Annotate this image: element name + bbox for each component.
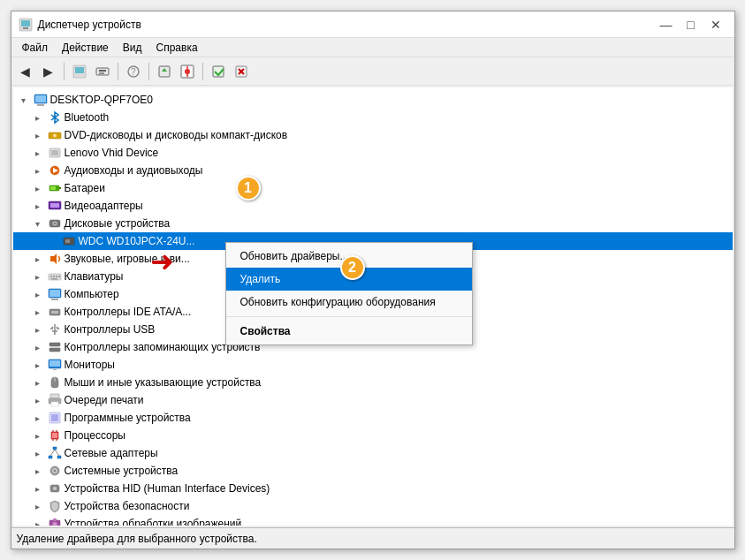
tree-item-audio[interactable]: ▸ Аудиовходы и аудиовыходы — [13, 162, 733, 179]
expander-dvd[interactable]: ▸ — [31, 128, 45, 142]
svg-rect-19 — [37, 104, 44, 106]
maximize-button[interactable]: □ — [680, 16, 703, 34]
tree-item-mouse[interactable]: ▸ Мыши и иные указывающие устройства — [13, 374, 733, 391]
tree-item-system[interactable]: ▸ Системные устройства — [13, 462, 733, 480]
tree-item-video[interactable]: ▸ Видеоадаптеры — [13, 197, 733, 215]
svg-point-35 — [54, 223, 56, 224]
toolbar-btn-2[interactable] — [92, 61, 113, 82]
svg-rect-40 — [50, 276, 52, 277]
toolbar-btn-4[interactable] — [154, 61, 175, 82]
tree-label-print: Очереди печати — [65, 394, 144, 406]
expander-cpu[interactable]: ▸ — [31, 428, 45, 443]
toolbar-btn-1[interactable] — [69, 61, 90, 82]
tree-label-video: Видеоадаптеры — [65, 200, 143, 212]
icon-usb — [48, 322, 62, 337]
context-menu-item-props[interactable]: Свойства — [226, 320, 472, 343]
tree-item-hid[interactable]: ▸ Устройства HID (Human Interface Device… — [13, 480, 733, 497]
context-menu-item-scan[interactable]: Обновить конфигурацию оборудования — [226, 291, 472, 314]
tree-label-network: Сетевые адаптеры — [65, 447, 158, 459]
device-manager-window: Диспетчер устройств — □ ✕ Файл Действие … — [11, 11, 735, 549]
menu-action[interactable]: Действие — [55, 40, 116, 56]
icon-software — [48, 411, 62, 425]
tree-item-disk-drives[interactable]: ▾ Дисковые устройства — [13, 215, 733, 232]
expander-security[interactable]: ▸ — [31, 499, 45, 513]
tree-item-root[interactable]: ▾ DESKTOP-QPF7OE0 — [13, 91, 733, 109]
icon-mouse — [48, 375, 62, 390]
forward-button[interactable]: ▶ — [38, 61, 59, 82]
svg-rect-58 — [51, 402, 58, 406]
main-content: ▾ DESKTOP-QPF7OE0 ▸ Bluetooth ▸ — [11, 86, 734, 527]
expander-monitors[interactable]: ▸ — [31, 358, 45, 372]
expander-imaging[interactable]: ▸ — [31, 517, 45, 526]
svg-rect-68 — [49, 456, 52, 458]
tree-item-software[interactable]: ▸ Программные устройства — [13, 409, 733, 427]
toolbar-btn-6[interactable] — [208, 61, 229, 82]
expander-computer[interactable]: ▸ — [31, 287, 45, 301]
toolbar-sep-2 — [118, 63, 118, 80]
device-tree[interactable]: ▾ DESKTOP-QPF7OE0 ▸ Bluetooth ▸ — [13, 87, 733, 526]
svg-marker-38 — [50, 254, 57, 264]
svg-rect-67 — [53, 447, 57, 450]
tree-label-system: Системные устройства — [65, 465, 179, 477]
expander-wdc[interactable] — [45, 234, 59, 248]
svg-point-74 — [53, 470, 56, 473]
tree-item-battery[interactable]: ▸ Батареи — [13, 179, 733, 197]
icon-system — [48, 464, 62, 478]
icon-audio — [48, 163, 62, 178]
menu-file[interactable]: Файл — [15, 40, 56, 56]
tree-item-monitors[interactable]: ▸ Мониторы — [13, 356, 733, 374]
tree-item-lenovo[interactable]: ▸ Lenovo Vhid Device — [13, 144, 733, 162]
toolbar-sep-4 — [202, 63, 203, 80]
status-text: Удаление драйвера для выбранного устройс… — [17, 533, 257, 545]
tree-item-imaging[interactable]: ▸ Устройства обработки изображений — [13, 515, 733, 526]
expander-audio[interactable]: ▸ — [31, 163, 45, 178]
tree-item-security[interactable]: ▸ Устройства безопасности — [13, 497, 733, 515]
svg-rect-56 — [50, 394, 59, 398]
tree-item-dvd[interactable]: ▸ DVD-дисководы и дисководы компакт-диск… — [13, 126, 733, 144]
icon-ide — [48, 305, 62, 319]
minimize-button[interactable]: — — [655, 16, 678, 34]
expander-hid[interactable]: ▸ — [31, 481, 45, 496]
expander-battery[interactable]: ▸ — [31, 181, 45, 195]
icon-computer-node — [48, 287, 62, 301]
svg-rect-25 — [51, 150, 58, 155]
expander-software[interactable]: ▸ — [31, 411, 45, 425]
tree-label-bluetooth: Bluetooth — [65, 111, 110, 124]
icon-monitor — [48, 358, 62, 372]
svg-text:?: ? — [131, 67, 136, 77]
menu-help[interactable]: Справка — [149, 40, 205, 56]
tree-label-disk-drives: Дисковые устройства — [65, 217, 171, 230]
svg-rect-62 — [52, 433, 57, 438]
tree-item-print[interactable]: ▸ Очереди печати — [13, 391, 733, 409]
back-button[interactable]: ◀ — [15, 61, 36, 82]
tree-label-monitors: Мониторы — [65, 359, 115, 371]
expander-system[interactable]: ▸ — [31, 464, 45, 478]
expander-print[interactable]: ▸ — [31, 393, 45, 407]
toolbar-btn-3[interactable]: ? — [123, 61, 144, 82]
tree-label-lenovo: Lenovo Vhid Device — [65, 147, 159, 159]
expander-keyboard[interactable]: ▸ — [31, 269, 45, 284]
tree-label-wdc: WDC WD10JPCX-24U... — [79, 235, 195, 247]
expander-lenovo[interactable]: ▸ — [31, 146, 45, 160]
expander-storage[interactable]: ▸ — [31, 340, 45, 354]
svg-rect-50 — [49, 343, 60, 346]
expander-usb[interactable]: ▸ — [31, 322, 45, 337]
expander-disk-drives[interactable]: ▾ — [31, 216, 45, 231]
expander-mouse[interactable]: ▸ — [31, 375, 45, 390]
expander-bluetooth[interactable]: ▸ — [31, 110, 45, 125]
expander-ide[interactable]: ▸ — [31, 305, 45, 319]
tree-item-bluetooth[interactable]: ▸ Bluetooth — [13, 109, 733, 126]
toolbar-btn-5[interactable] — [177, 61, 198, 82]
tree-label-computer: Компьютер — [65, 288, 119, 300]
tree-item-cpu[interactable]: ▸ Процессоры — [13, 427, 733, 444]
expander-sound[interactable]: ▸ — [31, 252, 45, 266]
svg-rect-49 — [51, 311, 58, 314]
close-button[interactable]: ✕ — [704, 16, 727, 34]
toolbar-btn-7[interactable] — [231, 61, 252, 82]
svg-point-76 — [53, 487, 57, 490]
expander-video[interactable]: ▸ — [31, 199, 45, 213]
expander-network[interactable]: ▸ — [31, 446, 45, 460]
expander-root[interactable]: ▾ — [17, 93, 31, 107]
menu-view[interactable]: Вид — [116, 40, 149, 56]
tree-item-network[interactable]: ▸ Сетевые адаптеры — [13, 444, 733, 462]
